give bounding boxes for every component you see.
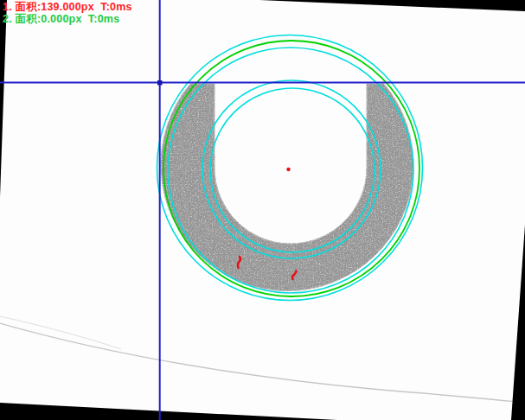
- image-background: [0, 0, 525, 420]
- circle-center-marker: [286, 168, 290, 171]
- measurement-result-1: 1. 面积:139.000px T:0ms: [3, 1, 132, 13]
- crosshair-center-handle[interactable]: [157, 80, 163, 86]
- camera-image-canvas[interactable]: [0, 0, 525, 420]
- measurement-result-2: 2. 面积:0.000px T:0ms: [3, 13, 119, 25]
- vision-viewport[interactable]: 1. 面积:139.000px T:0ms 2. 面积:0.000px T:0m…: [0, 0, 525, 420]
